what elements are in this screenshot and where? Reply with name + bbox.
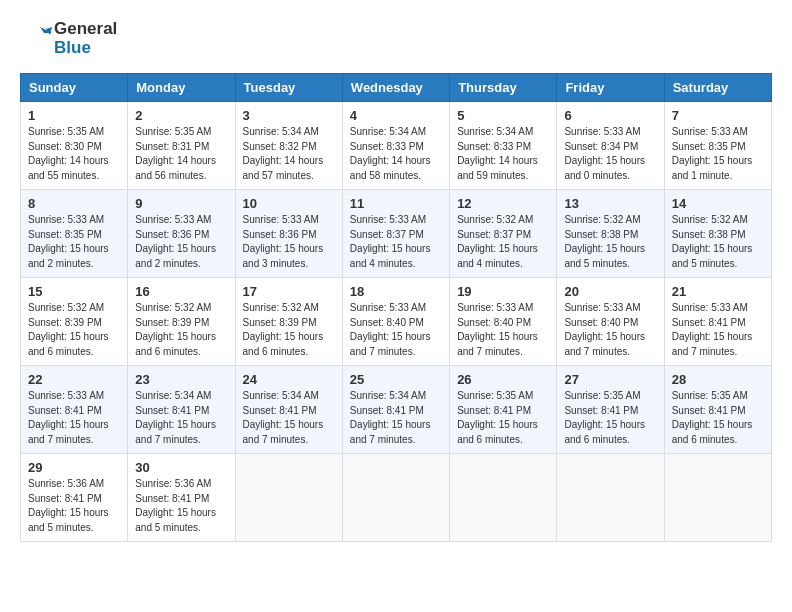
day-number: 30: [135, 460, 227, 475]
calendar-cell: 29Sunrise: 5:36 AMSunset: 8:41 PMDayligh…: [21, 454, 128, 542]
day-info: Sunrise: 5:35 AMSunset: 8:30 PMDaylight:…: [28, 125, 120, 183]
weekday-wednesday: Wednesday: [342, 74, 449, 102]
day-info: Sunrise: 5:32 AMSunset: 8:39 PMDaylight:…: [135, 301, 227, 359]
day-number: 25: [350, 372, 442, 387]
day-number: 26: [457, 372, 549, 387]
day-info: Sunrise: 5:33 AMSunset: 8:41 PMDaylight:…: [672, 301, 764, 359]
day-number: 8: [28, 196, 120, 211]
day-number: 18: [350, 284, 442, 299]
day-info: Sunrise: 5:34 AMSunset: 8:33 PMDaylight:…: [350, 125, 442, 183]
weekday-friday: Friday: [557, 74, 664, 102]
day-info: Sunrise: 5:34 AMSunset: 8:41 PMDaylight:…: [243, 389, 335, 447]
day-number: 23: [135, 372, 227, 387]
day-number: 6: [564, 108, 656, 123]
calendar-cell: 4Sunrise: 5:34 AMSunset: 8:33 PMDaylight…: [342, 102, 449, 190]
calendar-cell: 17Sunrise: 5:32 AMSunset: 8:39 PMDayligh…: [235, 278, 342, 366]
calendar-cell: 8Sunrise: 5:33 AMSunset: 8:35 PMDaylight…: [21, 190, 128, 278]
day-info: Sunrise: 5:33 AMSunset: 8:34 PMDaylight:…: [564, 125, 656, 183]
day-info: Sunrise: 5:33 AMSunset: 8:35 PMDaylight:…: [672, 125, 764, 183]
day-info: Sunrise: 5:34 AMSunset: 8:33 PMDaylight:…: [457, 125, 549, 183]
day-info: Sunrise: 5:34 AMSunset: 8:41 PMDaylight:…: [350, 389, 442, 447]
logo: General Blue: [20, 20, 117, 57]
day-info: Sunrise: 5:32 AMSunset: 8:38 PMDaylight:…: [672, 213, 764, 271]
calendar-cell: 3Sunrise: 5:34 AMSunset: 8:32 PMDaylight…: [235, 102, 342, 190]
calendar-cell: 18Sunrise: 5:33 AMSunset: 8:40 PMDayligh…: [342, 278, 449, 366]
day-info: Sunrise: 5:35 AMSunset: 8:41 PMDaylight:…: [672, 389, 764, 447]
calendar-cell: 13Sunrise: 5:32 AMSunset: 8:38 PMDayligh…: [557, 190, 664, 278]
calendar-cell: 2Sunrise: 5:35 AMSunset: 8:31 PMDaylight…: [128, 102, 235, 190]
day-number: 20: [564, 284, 656, 299]
logo-text: General Blue: [54, 20, 117, 57]
weekday-monday: Monday: [128, 74, 235, 102]
day-number: 2: [135, 108, 227, 123]
calendar-cell: [235, 454, 342, 542]
day-info: Sunrise: 5:34 AMSunset: 8:41 PMDaylight:…: [135, 389, 227, 447]
day-info: Sunrise: 5:33 AMSunset: 8:36 PMDaylight:…: [243, 213, 335, 271]
calendar-cell: 1Sunrise: 5:35 AMSunset: 8:30 PMDaylight…: [21, 102, 128, 190]
calendar-cell: 15Sunrise: 5:32 AMSunset: 8:39 PMDayligh…: [21, 278, 128, 366]
calendar-week-4: 22Sunrise: 5:33 AMSunset: 8:41 PMDayligh…: [21, 366, 772, 454]
day-info: Sunrise: 5:33 AMSunset: 8:37 PMDaylight:…: [350, 213, 442, 271]
calendar-cell: 19Sunrise: 5:33 AMSunset: 8:40 PMDayligh…: [450, 278, 557, 366]
day-info: Sunrise: 5:33 AMSunset: 8:41 PMDaylight:…: [28, 389, 120, 447]
weekday-thursday: Thursday: [450, 74, 557, 102]
calendar-cell: 7Sunrise: 5:33 AMSunset: 8:35 PMDaylight…: [664, 102, 771, 190]
calendar-cell: 20Sunrise: 5:33 AMSunset: 8:40 PMDayligh…: [557, 278, 664, 366]
day-number: 24: [243, 372, 335, 387]
calendar-cell: 14Sunrise: 5:32 AMSunset: 8:38 PMDayligh…: [664, 190, 771, 278]
day-number: 1: [28, 108, 120, 123]
calendar-week-2: 8Sunrise: 5:33 AMSunset: 8:35 PMDaylight…: [21, 190, 772, 278]
calendar-cell: 16Sunrise: 5:32 AMSunset: 8:39 PMDayligh…: [128, 278, 235, 366]
day-number: 4: [350, 108, 442, 123]
day-number: 13: [564, 196, 656, 211]
page-header: General Blue: [20, 20, 772, 57]
day-number: 9: [135, 196, 227, 211]
calendar-cell: [450, 454, 557, 542]
calendar-body: 1Sunrise: 5:35 AMSunset: 8:30 PMDaylight…: [21, 102, 772, 542]
calendar-cell: 6Sunrise: 5:33 AMSunset: 8:34 PMDaylight…: [557, 102, 664, 190]
day-info: Sunrise: 5:34 AMSunset: 8:32 PMDaylight:…: [243, 125, 335, 183]
calendar-cell: 10Sunrise: 5:33 AMSunset: 8:36 PMDayligh…: [235, 190, 342, 278]
day-number: 15: [28, 284, 120, 299]
calendar-cell: [557, 454, 664, 542]
calendar-cell: 28Sunrise: 5:35 AMSunset: 8:41 PMDayligh…: [664, 366, 771, 454]
day-info: Sunrise: 5:36 AMSunset: 8:41 PMDaylight:…: [135, 477, 227, 535]
weekday-sunday: Sunday: [21, 74, 128, 102]
day-info: Sunrise: 5:36 AMSunset: 8:41 PMDaylight:…: [28, 477, 120, 535]
day-info: Sunrise: 5:33 AMSunset: 8:40 PMDaylight:…: [350, 301, 442, 359]
weekday-saturday: Saturday: [664, 74, 771, 102]
calendar-cell: 5Sunrise: 5:34 AMSunset: 8:33 PMDaylight…: [450, 102, 557, 190]
calendar-cell: 24Sunrise: 5:34 AMSunset: 8:41 PMDayligh…: [235, 366, 342, 454]
logo-bird-icon: [20, 23, 52, 55]
day-info: Sunrise: 5:32 AMSunset: 8:39 PMDaylight:…: [28, 301, 120, 359]
day-number: 17: [243, 284, 335, 299]
calendar-cell: 22Sunrise: 5:33 AMSunset: 8:41 PMDayligh…: [21, 366, 128, 454]
calendar-table: SundayMondayTuesdayWednesdayThursdayFrid…: [20, 73, 772, 542]
weekday-header-row: SundayMondayTuesdayWednesdayThursdayFrid…: [21, 74, 772, 102]
calendar-week-1: 1Sunrise: 5:35 AMSunset: 8:30 PMDaylight…: [21, 102, 772, 190]
calendar-cell: 21Sunrise: 5:33 AMSunset: 8:41 PMDayligh…: [664, 278, 771, 366]
day-number: 11: [350, 196, 442, 211]
day-info: Sunrise: 5:33 AMSunset: 8:40 PMDaylight:…: [457, 301, 549, 359]
calendar-cell: [342, 454, 449, 542]
day-number: 5: [457, 108, 549, 123]
day-number: 21: [672, 284, 764, 299]
day-number: 10: [243, 196, 335, 211]
day-number: 22: [28, 372, 120, 387]
day-info: Sunrise: 5:35 AMSunset: 8:41 PMDaylight:…: [457, 389, 549, 447]
calendar-cell: 11Sunrise: 5:33 AMSunset: 8:37 PMDayligh…: [342, 190, 449, 278]
day-number: 16: [135, 284, 227, 299]
logo-blue: Blue: [54, 39, 117, 58]
day-number: 7: [672, 108, 764, 123]
day-info: Sunrise: 5:35 AMSunset: 8:41 PMDaylight:…: [564, 389, 656, 447]
calendar-week-3: 15Sunrise: 5:32 AMSunset: 8:39 PMDayligh…: [21, 278, 772, 366]
calendar-cell: 9Sunrise: 5:33 AMSunset: 8:36 PMDaylight…: [128, 190, 235, 278]
day-info: Sunrise: 5:33 AMSunset: 8:40 PMDaylight:…: [564, 301, 656, 359]
calendar-cell: 12Sunrise: 5:32 AMSunset: 8:37 PMDayligh…: [450, 190, 557, 278]
calendar-cell: 26Sunrise: 5:35 AMSunset: 8:41 PMDayligh…: [450, 366, 557, 454]
calendar-week-5: 29Sunrise: 5:36 AMSunset: 8:41 PMDayligh…: [21, 454, 772, 542]
day-number: 19: [457, 284, 549, 299]
day-info: Sunrise: 5:33 AMSunset: 8:35 PMDaylight:…: [28, 213, 120, 271]
day-info: Sunrise: 5:32 AMSunset: 8:39 PMDaylight:…: [243, 301, 335, 359]
calendar-cell: 25Sunrise: 5:34 AMSunset: 8:41 PMDayligh…: [342, 366, 449, 454]
